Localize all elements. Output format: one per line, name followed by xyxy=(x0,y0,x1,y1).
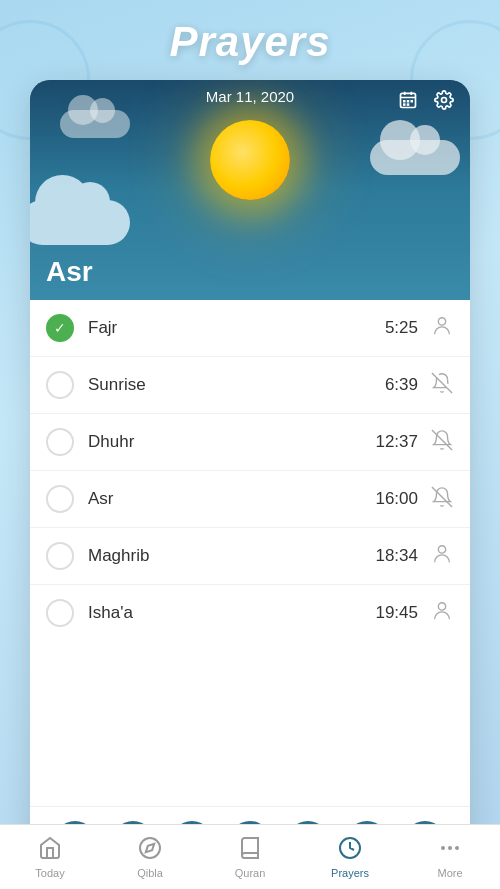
svg-point-46 xyxy=(448,846,452,850)
prayer-notify-fajr[interactable] xyxy=(430,315,454,342)
prayer-name-fajr: Fajr xyxy=(88,318,385,338)
svg-point-35 xyxy=(438,545,445,552)
prayer-notify-dhuhr[interactable] xyxy=(430,429,454,456)
svg-marker-43 xyxy=(146,843,154,851)
compass-icon xyxy=(138,836,162,864)
main-card: Mar 11, 2020 xyxy=(30,80,470,879)
prayer-item-isha'a[interactable]: Isha'a19:45 xyxy=(30,585,470,641)
prayer-name-maghrib: Maghrib xyxy=(88,546,375,566)
cloud-top xyxy=(60,110,130,138)
prayer-check-sunrise[interactable] xyxy=(46,371,74,399)
prayer-check-fajr[interactable]: ✓ xyxy=(46,314,74,342)
nav-item-more[interactable]: More xyxy=(400,828,500,887)
current-prayer-label: Asr xyxy=(46,256,93,288)
prayer-item-maghrib[interactable]: Maghrib18:34 xyxy=(30,528,470,585)
prayer-time-isha'a: 19:45 xyxy=(375,603,418,623)
prayer-name-dhuhr: Dhuhr xyxy=(88,432,375,452)
prayer-item-asr[interactable]: Asr16:00 xyxy=(30,471,470,528)
nav-label-prayers: Prayers xyxy=(331,867,369,879)
settings-icon[interactable] xyxy=(430,86,458,117)
svg-point-36 xyxy=(438,602,445,609)
page-title: Prayers xyxy=(169,18,330,66)
nav-label-quran: Quran xyxy=(235,867,266,879)
prayer-check-maghrib[interactable] xyxy=(46,542,74,570)
svg-point-31 xyxy=(438,317,445,324)
prayer-time-maghrib: 18:34 xyxy=(375,546,418,566)
cloud-left xyxy=(30,200,130,245)
cloud-right xyxy=(370,140,460,175)
prayer-check-dhuhr[interactable] xyxy=(46,428,74,456)
nav-item-prayers[interactable]: Prayers xyxy=(300,828,400,887)
prayer-name-asr: Asr xyxy=(88,489,375,509)
nav-label-qibla: Qibla xyxy=(137,867,163,879)
svg-rect-28 xyxy=(403,103,406,106)
svg-line-34 xyxy=(432,486,452,506)
svg-point-45 xyxy=(441,846,445,850)
prayer-list: ✓Fajr5:25 Sunrise6:39 Dhuhr12:37 Asr16:0… xyxy=(30,300,470,806)
prayer-check-asr[interactable] xyxy=(46,485,74,513)
prayer-item-sunrise[interactable]: Sunrise6:39 xyxy=(30,357,470,414)
nav-item-qibla[interactable]: Qibla xyxy=(100,828,200,887)
prayer-item-fajr[interactable]: ✓Fajr5:25 xyxy=(30,300,470,357)
header-date: Mar 11, 2020 xyxy=(206,88,294,105)
sun xyxy=(210,120,290,200)
svg-point-30 xyxy=(442,98,447,103)
svg-line-32 xyxy=(432,372,452,392)
nav-label-today: Today xyxy=(35,867,64,879)
nav-label-more: More xyxy=(437,867,462,879)
svg-rect-29 xyxy=(407,103,410,106)
svg-point-47 xyxy=(455,846,459,850)
calendar-icon[interactable] xyxy=(394,86,422,117)
svg-rect-27 xyxy=(411,100,414,103)
header-icons xyxy=(394,86,458,117)
nav-item-today[interactable]: Today xyxy=(0,828,100,887)
prayer-time-asr: 16:00 xyxy=(375,489,418,509)
prayer-name-isha'a: Isha'a xyxy=(88,603,375,623)
clock-icon xyxy=(338,836,362,864)
prayer-time-sunrise: 6:39 xyxy=(385,375,418,395)
prayer-notify-isha'a[interactable] xyxy=(430,600,454,627)
home-icon xyxy=(38,836,62,864)
prayer-notify-sunrise[interactable] xyxy=(430,372,454,399)
prayer-time-dhuhr: 12:37 xyxy=(375,432,418,452)
svg-rect-25 xyxy=(403,100,406,103)
prayer-time-fajr: 5:25 xyxy=(385,318,418,338)
prayer-check-isha'a[interactable] xyxy=(46,599,74,627)
svg-rect-26 xyxy=(407,100,410,103)
book-icon xyxy=(238,836,262,864)
prayer-item-dhuhr[interactable]: Dhuhr12:37 xyxy=(30,414,470,471)
card-header: Mar 11, 2020 xyxy=(30,80,470,300)
svg-line-33 xyxy=(432,429,452,449)
prayer-name-sunrise: Sunrise xyxy=(88,375,385,395)
dots-icon xyxy=(438,836,462,864)
bottom-nav: TodayQiblaQuranPrayersMore xyxy=(0,824,500,889)
prayer-notify-asr[interactable] xyxy=(430,486,454,513)
svg-point-42 xyxy=(140,838,160,858)
nav-item-quran[interactable]: Quran xyxy=(200,828,300,887)
prayer-notify-maghrib[interactable] xyxy=(430,543,454,570)
